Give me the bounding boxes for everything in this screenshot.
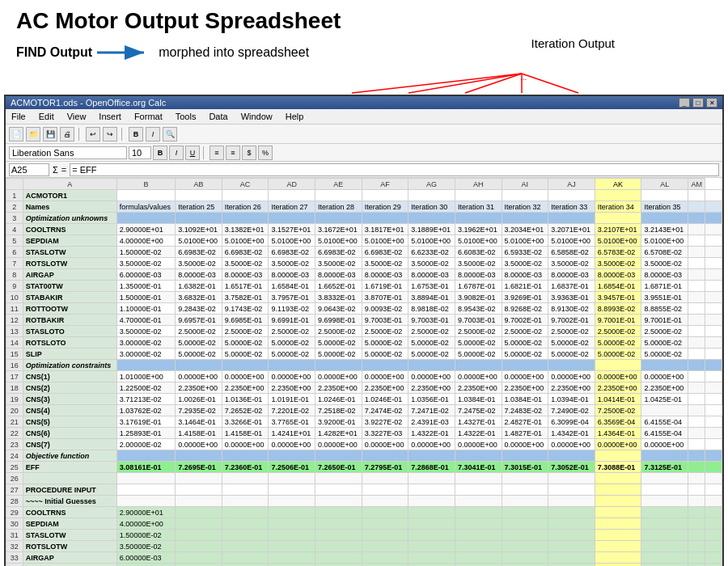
cell[interactable]: Iteration 30 (408, 201, 455, 213)
cell[interactable] (595, 473, 641, 484)
cell[interactable] (176, 496, 222, 507)
cell[interactable]: STABAKIR (23, 292, 116, 303)
cell[interactable]: 6.5858E-02 (548, 247, 595, 258)
cell[interactable]: 6.6233E-02 (408, 247, 455, 258)
cell[interactable]: 1.35000E-01 (116, 281, 175, 292)
cell[interactable]: 6.6983E-02 (315, 247, 362, 258)
cell[interactable] (116, 473, 175, 484)
cell[interactable] (641, 473, 688, 484)
cell[interactable]: CNS(4) (23, 405, 116, 416)
cell[interactable] (688, 269, 705, 281)
cell[interactable] (455, 484, 502, 496)
cell[interactable] (595, 213, 641, 224)
cell[interactable]: ROTTOOTW (23, 303, 116, 315)
cell[interactable] (455, 473, 502, 484)
cell[interactable]: Iteration 32 (502, 201, 548, 213)
cell[interactable]: 3.5000E-02 (455, 258, 502, 269)
cell[interactable] (176, 564, 222, 567)
cell[interactable] (595, 552, 641, 564)
cell[interactable] (408, 496, 455, 507)
cell[interactable]: 7.3088E-01 (595, 462, 641, 473)
cell[interactable] (688, 484, 705, 496)
cell[interactable] (705, 416, 722, 428)
cell[interactable]: 0.0000E+00 (548, 439, 595, 450)
cell[interactable]: 2.5000E-02 (408, 326, 455, 337)
cell[interactable]: 7.2474E-02 (362, 405, 408, 416)
cell[interactable]: 1.0246E-01 (315, 394, 362, 405)
cell[interactable]: 3.1382E+01 (222, 224, 269, 235)
menu-format[interactable]: Format (132, 111, 165, 122)
cell[interactable] (705, 337, 722, 348)
cell[interactable]: 7.2490E-02 (548, 405, 595, 416)
cell[interactable]: STASLOTO (23, 326, 116, 337)
cell[interactable]: 7.2483E-02 (502, 405, 548, 416)
cell[interactable] (705, 348, 722, 360)
cell[interactable]: 2.2350E+00 (455, 382, 502, 394)
menu-insert[interactable]: Insert (96, 111, 124, 122)
cell[interactable] (548, 552, 595, 564)
cell[interactable] (688, 201, 705, 213)
cell[interactable]: 3.50000E-02 (116, 541, 175, 552)
cell[interactable] (222, 484, 269, 496)
cell[interactable]: 3.7957E-01 (269, 292, 315, 303)
cell[interactable] (705, 462, 722, 473)
cell[interactable] (705, 450, 722, 462)
cell[interactable] (548, 496, 595, 507)
cell[interactable]: 8.0000E-03 (455, 269, 502, 281)
cell[interactable]: 1.4158E-01 (176, 428, 222, 439)
cell[interactable] (641, 552, 688, 564)
cell[interactable] (688, 371, 705, 382)
cell[interactable]: 3.5000E-02 (176, 258, 222, 269)
cell[interactable]: CNS(5) (23, 416, 116, 428)
cell[interactable]: 0.0000E+00 (595, 371, 641, 382)
cell[interactable]: 3.50000E-02 (116, 326, 175, 337)
cell[interactable] (362, 507, 408, 518)
cell[interactable] (362, 541, 408, 552)
cell[interactable] (641, 564, 688, 567)
cell[interactable] (116, 360, 175, 371)
cell[interactable] (269, 473, 315, 484)
cell[interactable] (408, 473, 455, 484)
cell[interactable]: 3.50000E-02 (116, 258, 175, 269)
cell[interactable]: 5.0100E+00 (502, 235, 548, 247)
cell[interactable] (641, 190, 688, 201)
cell[interactable]: 3.1672E+01 (315, 224, 362, 235)
cell[interactable] (688, 541, 705, 552)
cell[interactable] (705, 484, 722, 496)
cell[interactable]: 3.71213E-02 (116, 394, 175, 405)
cell[interactable]: CNS(6) (23, 428, 116, 439)
minimize-button[interactable]: _ (679, 98, 690, 108)
cell[interactable]: 3.2034E+01 (502, 224, 548, 235)
cell[interactable] (705, 394, 722, 405)
cell[interactable] (315, 360, 362, 371)
cell[interactable] (222, 541, 269, 552)
cell[interactable]: 5.0100E+00 (641, 235, 688, 247)
cell[interactable] (705, 371, 722, 382)
cell[interactable] (705, 190, 722, 201)
cell[interactable]: 3.1092E+01 (176, 224, 222, 235)
cell[interactable] (705, 213, 722, 224)
cell[interactable] (116, 450, 175, 462)
cell[interactable]: 1.0384E-01 (455, 394, 502, 405)
new-btn[interactable]: 📄 (9, 127, 23, 142)
cell[interactable] (688, 428, 705, 439)
cell[interactable]: 3.00000E-02 (116, 337, 175, 348)
cell[interactable]: STAT00TW (23, 281, 116, 292)
cell[interactable]: 0.0000E+00 (315, 439, 362, 450)
cell[interactable] (705, 382, 722, 394)
cell[interactable]: 2.2350E+00 (641, 382, 688, 394)
cell[interactable]: 3.3227E-03 (362, 428, 408, 439)
cell[interactable]: 3.9457E-01 (595, 292, 641, 303)
cell[interactable]: 3.7582E-01 (222, 292, 269, 303)
cell[interactable]: 1.01000E+00 (116, 371, 175, 382)
cell[interactable] (502, 518, 548, 530)
cell[interactable]: 9.7003E-01 (408, 315, 455, 326)
bold-btn2[interactable]: B (153, 146, 167, 160)
cell[interactable] (269, 518, 315, 530)
cell[interactable]: 1.6787E-01 (455, 281, 502, 292)
cell[interactable]: 9.6991E-01 (269, 315, 315, 326)
cell[interactable] (315, 507, 362, 518)
cell[interactable]: 5.0000E-02 (362, 337, 408, 348)
cell[interactable]: 8.0000E-03 (548, 269, 595, 281)
cell[interactable]: 9.7003E-01 (362, 315, 408, 326)
